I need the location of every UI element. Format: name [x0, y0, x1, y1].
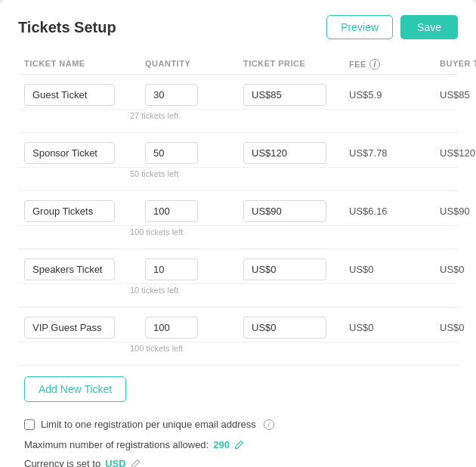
ticket-buyer-total-value: US$0: [440, 264, 476, 275]
max-registrations-value: 290: [213, 439, 230, 450]
ticket-price-input[interactable]: [243, 317, 326, 339]
currency-label: Currency is set to: [24, 458, 100, 467]
ticket-name-input[interactable]: [24, 142, 115, 164]
ticket-name-cell: [24, 317, 145, 339]
ticket-price-input[interactable]: [243, 258, 326, 280]
ticket-name-cell: [24, 258, 145, 280]
ticket-row: US$0 US$0: [18, 249, 458, 284]
ticket-fee-value: US$0: [349, 264, 440, 275]
ticket-qty-cell: [145, 142, 243, 164]
preview-button[interactable]: Preview: [326, 15, 393, 39]
limit-registration-checkbox[interactable]: [24, 419, 35, 430]
ticket-row: US$0 US$0: [18, 308, 458, 342]
header-actions: Preview Save: [326, 15, 458, 39]
ticket-row: US$6.16 US$90: [18, 191, 458, 226]
ticket-name-input[interactable]: [24, 258, 115, 280]
ticket-fee-value: US$5.9: [349, 89, 440, 101]
ticket-buyer-total-value: US$90: [440, 206, 476, 217]
save-button[interactable]: Save: [400, 15, 458, 39]
col-fee: FEE i: [349, 59, 440, 70]
ticket-price-cell: [243, 258, 349, 280]
page-title: Tickets Setup: [18, 19, 116, 36]
ticket-qty-input[interactable]: [145, 258, 198, 280]
ticket-row-wrapper: US$7.78 US$120: [18, 133, 458, 191]
tickets-left-label: 27 tickets left: [18, 110, 458, 126]
max-registrations-label: Maximum number of registrations allowed:: [24, 439, 209, 450]
fee-info-icon[interactable]: i: [369, 59, 380, 70]
col-buyer-total: BUYER TOTAL: [440, 59, 476, 70]
max-registrations-row: Maximum number of registrations allowed:…: [24, 439, 452, 450]
limit-registration-row: Limit to one registration per unique ema…: [24, 419, 452, 430]
ticket-price-cell: [243, 317, 349, 339]
ticket-name-input[interactable]: [24, 317, 115, 339]
ticket-price-cell: [243, 84, 349, 106]
ticket-qty-cell: [145, 258, 243, 280]
ticket-qty-cell: [145, 84, 243, 106]
ticket-row: US$7.78 US$120: [18, 133, 458, 168]
ticket-name-input[interactable]: [24, 84, 115, 106]
max-registrations-edit-icon[interactable]: [234, 440, 244, 450]
ticket-row-wrapper: US$6.16 US$90: [18, 191, 458, 249]
tickets-setup-page: Tickets Setup Preview Save TICKET NAME Q…: [0, 0, 476, 467]
footer-options: Limit to one registration per unique ema…: [18, 416, 458, 467]
currency-row: Currency is set to USD: [24, 458, 452, 467]
ticket-row-wrapper: US$5.9 US$85: [18, 75, 458, 133]
ticket-price-input[interactable]: [243, 84, 326, 106]
ticket-qty-cell: [145, 317, 243, 339]
ticket-price-cell: [243, 200, 349, 222]
ticket-price-input[interactable]: [243, 200, 326, 222]
ticket-fee-value: US$7.78: [349, 147, 440, 159]
ticket-qty-cell: [145, 200, 243, 222]
ticket-qty-input[interactable]: [145, 317, 198, 339]
add-new-ticket-button[interactable]: Add New Ticket: [24, 376, 126, 402]
tickets-left-label: 100 tickets left: [18, 226, 458, 243]
ticket-buyer-total-value: US$120: [440, 147, 476, 159]
currency-edit-icon[interactable]: [131, 459, 141, 467]
tickets-left-label: 10 tickets left: [18, 284, 458, 301]
ticket-fee-value: US$6.16: [349, 206, 440, 217]
ticket-qty-input[interactable]: [145, 142, 198, 164]
ticket-fee-value: US$0: [349, 322, 440, 333]
col-quantity: QUANTITY: [145, 59, 243, 70]
ticket-qty-input[interactable]: [145, 84, 198, 106]
ticket-price-cell: [243, 142, 349, 164]
ticket-buyer-total-value: US$85: [440, 89, 476, 101]
ticket-row-wrapper: US$0 US$0: [18, 249, 458, 308]
currency-value: USD: [105, 458, 125, 467]
table-header: TICKET NAME QUANTITY TICKET PRICE FEE i …: [18, 54, 458, 75]
tickets-left-label: 50 tickets left: [18, 168, 458, 184]
ticket-name-cell: [24, 142, 145, 164]
limit-registration-label: Limit to one registration per unique ema…: [41, 419, 256, 430]
ticket-qty-input[interactable]: [145, 200, 198, 222]
tickets-left-label: 100 tickets left: [18, 342, 458, 359]
ticket-row-wrapper: US$0 US$0: [18, 308, 458, 366]
ticket-name-cell: [24, 84, 145, 106]
col-ticket-price: TICKET PRICE: [243, 59, 349, 70]
page-header: Tickets Setup Preview Save: [18, 15, 458, 39]
col-ticket-name: TICKET NAME: [24, 59, 145, 70]
ticket-price-input[interactable]: [243, 142, 326, 164]
ticket-buyer-total-value: US$0: [440, 322, 476, 333]
ticket-name-cell: [24, 200, 145, 222]
limit-info-icon[interactable]: i: [264, 419, 274, 430]
ticket-name-input[interactable]: [24, 200, 115, 222]
ticket-row: US$5.9 US$85: [18, 75, 458, 110]
tickets-table: US$5.9 US$85: [18, 75, 458, 366]
